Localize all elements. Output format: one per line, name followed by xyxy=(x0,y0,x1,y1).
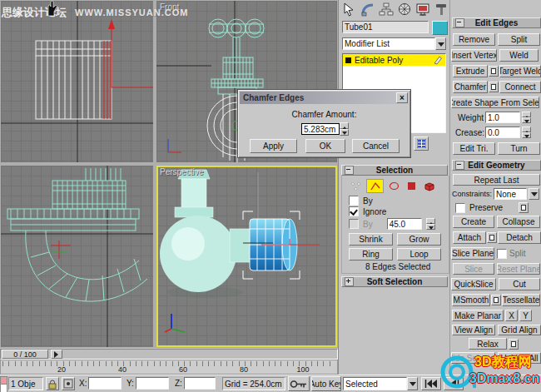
vertex-mode-icon[interactable] xyxy=(349,180,363,192)
tab-hierarchy-icon[interactable] xyxy=(378,2,395,17)
slice-button[interactable]: Slice xyxy=(453,263,494,275)
viewport-top[interactable] xyxy=(1,1,153,162)
collapse-icon[interactable] xyxy=(455,161,464,170)
border-mode-icon[interactable] xyxy=(387,180,401,192)
coordinate-mode-button[interactable] xyxy=(62,377,75,390)
polygon-mode-icon[interactable] xyxy=(405,180,419,192)
chamfer-button[interactable]: Chamfer xyxy=(453,81,488,93)
view-align-button[interactable]: View Align xyxy=(452,325,495,335)
ring-button[interactable]: Ring xyxy=(349,248,393,261)
soft-selection-rollout-header[interactable]: Soft Selection xyxy=(341,276,448,287)
weight-field[interactable]: 1.0 xyxy=(485,112,520,123)
shrink-button[interactable]: Shrink xyxy=(349,233,393,246)
tab-modify-icon[interactable] xyxy=(360,2,376,17)
chamfer-settings-icon[interactable] xyxy=(489,82,499,92)
unhide-all-button[interactable]: Unhide All xyxy=(498,352,541,364)
by-vertex-checkbox[interactable] xyxy=(349,196,359,206)
by-angle-checkbox[interactable] xyxy=(349,219,359,229)
angle-spinner[interactable] xyxy=(426,218,435,230)
crease-field[interactable]: 0.0 xyxy=(485,127,520,138)
edit-edges-rollout-header[interactable]: Edit Edges xyxy=(452,17,541,28)
split-checkbox[interactable] xyxy=(497,249,507,259)
slice-plane-button[interactable]: Slice Plane xyxy=(451,247,494,260)
weld-button[interactable]: Weld xyxy=(499,49,539,62)
preserve-uvs-checkbox[interactable] xyxy=(455,203,465,213)
chamfer-amount-field[interactable]: 5.283cm xyxy=(301,123,340,135)
modifier-list-dropdown[interactable]: Modifier List xyxy=(342,37,446,50)
set-key-button[interactable] xyxy=(288,376,310,391)
viewport-left[interactable] xyxy=(1,166,153,347)
attach-button[interactable]: Attach xyxy=(453,231,486,244)
key-filter-dropdown[interactable]: Selected xyxy=(343,377,418,390)
time-slider-track[interactable]: 0 / 100 xyxy=(0,349,338,360)
ok-button[interactable]: OK xyxy=(305,139,345,153)
insert-vertex-button[interactable]: Insert Vertex xyxy=(451,49,497,62)
ignore-backfacing-checkbox[interactable] xyxy=(349,206,359,216)
viewport-front-label[interactable]: Front xyxy=(160,2,179,12)
loop-button[interactable]: Loop xyxy=(397,248,441,261)
collapse-icon[interactable] xyxy=(455,18,464,27)
hide-selected-button[interactable]: Hide Selected xyxy=(451,352,495,364)
extrude-settings-icon[interactable] xyxy=(489,66,499,77)
key-filter-value-box[interactable]: Selected xyxy=(343,377,407,390)
constraints-arrow-icon[interactable] xyxy=(529,188,539,200)
y-coordinate-field[interactable] xyxy=(136,377,169,390)
z-coordinate-field[interactable] xyxy=(184,377,216,390)
create-button[interactable]: Create xyxy=(453,216,494,228)
msmooth-button[interactable]: MSmooth xyxy=(452,294,490,306)
cut-button[interactable]: Cut xyxy=(499,278,540,290)
repeat-last-button[interactable]: Repeat Last xyxy=(453,174,540,186)
reset-plane-button[interactable]: Reset Plane xyxy=(497,263,540,275)
track-bar[interactable]: 20 40 60 80 100 xyxy=(0,360,338,375)
msmooth-settings-icon[interactable] xyxy=(491,295,501,305)
next-frame-arrow-button[interactable] xyxy=(51,350,62,359)
constraints-dropdown[interactable]: None xyxy=(494,188,527,200)
detach-button[interactable]: Detach xyxy=(498,231,541,244)
tab-display-icon[interactable] xyxy=(414,2,431,17)
object-color-swatch[interactable] xyxy=(432,21,448,35)
edit-tri-button[interactable]: Edit Tri. xyxy=(453,142,495,155)
stack-expand-icon[interactable] xyxy=(345,57,351,63)
quickslice-button[interactable]: QuickSlice xyxy=(451,278,496,290)
cancel-button[interactable]: Cancel xyxy=(352,139,400,153)
relax-settings-icon[interactable] xyxy=(509,339,519,350)
dialog-title-bar[interactable]: Chamfer Edges xyxy=(240,92,409,104)
expand-icon[interactable] xyxy=(345,277,354,286)
tab-create-icon[interactable] xyxy=(341,2,358,17)
previous-frame-button[interactable] xyxy=(444,377,464,390)
split-button[interactable]: Split xyxy=(498,33,540,46)
collapse-button[interactable]: Collapse xyxy=(497,216,540,228)
object-name-field[interactable]: Tube01 xyxy=(342,21,429,33)
grid-align-button[interactable]: Grid Align xyxy=(498,325,541,335)
go-to-start-button[interactable] xyxy=(421,377,441,390)
selection-lock-button[interactable] xyxy=(46,377,59,390)
chamfer-amount-spinner[interactable] xyxy=(340,122,349,136)
edit-geometry-rollout-header[interactable]: Edit Geometry xyxy=(452,160,541,171)
modifier-list-value-box[interactable]: Modifier List xyxy=(342,37,435,50)
tessellate-button[interactable]: Tessellate xyxy=(502,294,540,306)
planar-x-button[interactable]: X xyxy=(505,310,518,321)
apply-button[interactable]: Apply xyxy=(250,139,297,153)
key-filter-arrow-icon[interactable] xyxy=(407,377,418,390)
preserve-settings-icon[interactable] xyxy=(519,202,529,213)
create-shape-button[interactable]: Create Shape From Selec xyxy=(451,97,539,108)
auto-key-button[interactable]: Auto Key xyxy=(311,376,341,391)
extrude-button[interactable]: Extrude xyxy=(453,65,488,77)
maxscript-mini-listener-white[interactable] xyxy=(0,384,7,392)
grow-button[interactable]: Grow xyxy=(397,233,441,246)
remove-button[interactable]: Remove xyxy=(453,33,495,46)
dialog-close-button[interactable]: × xyxy=(396,92,408,103)
tab-utilities-icon[interactable] xyxy=(433,2,449,17)
tab-motion-icon[interactable] xyxy=(396,2,413,17)
viewport-perspective[interactable]: Perspective xyxy=(156,166,337,347)
connect-button[interactable]: Connect xyxy=(499,81,541,93)
x-coordinate-field[interactable] xyxy=(88,377,122,390)
crease-spinner[interactable] xyxy=(522,127,531,138)
time-slider-handle[interactable]: 0 / 100 xyxy=(2,350,48,359)
configure-modifier-sets-button[interactable] xyxy=(414,136,429,151)
angle-value-field[interactable]: 45.0 xyxy=(387,218,422,230)
edge-mode-icon-active[interactable] xyxy=(366,179,384,193)
stack-item-editable-poly[interactable]: Editable Poly xyxy=(343,54,445,66)
element-mode-icon[interactable] xyxy=(422,180,436,192)
planar-y-button[interactable]: Y xyxy=(519,310,532,321)
